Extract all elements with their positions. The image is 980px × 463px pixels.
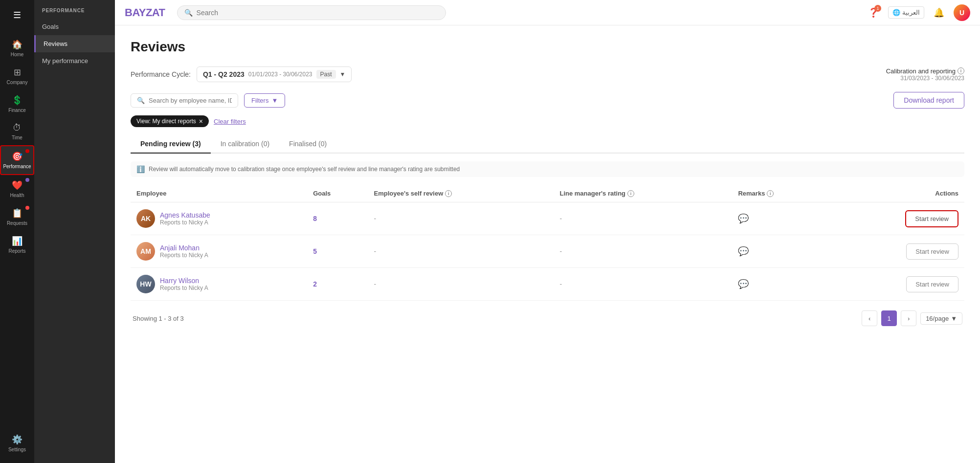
finance-icon: 💲 xyxy=(12,95,22,106)
sidebar-item-label: Home xyxy=(11,52,24,57)
employee-name-1[interactable]: Anjali Mohan xyxy=(160,244,200,252)
actions-cell-1: Start review xyxy=(830,235,964,268)
pagination-row: Showing 1 - 3 of 3 ‹ 1 › 16/page ▼ xyxy=(131,310,964,326)
page-title: Reviews xyxy=(131,39,964,55)
sidebar-item-finance[interactable]: 💲 Finance xyxy=(0,90,34,118)
page-size-selector[interactable]: 16/page ▼ xyxy=(920,312,962,325)
table-row: AM Anjali Mohan Reports to Nicky A 5 - -… xyxy=(131,235,964,268)
sidebar-link-reviews[interactable]: Reviews xyxy=(34,35,115,52)
calibration-title: Calibration and reporting xyxy=(886,67,956,75)
main-content: BAYZAT 🔍 ❓ 1 🌐 العربية 🔔 U xyxy=(115,0,980,463)
th-remarks: Remarks i xyxy=(732,185,830,202)
info-notice-text: Review will automatically move to calibr… xyxy=(149,166,460,173)
start-review-button-0[interactable]: Start review xyxy=(905,210,958,227)
health-icon: ❤️ xyxy=(12,180,22,191)
active-filter-chip: View: My direct reports × xyxy=(131,115,209,127)
tab-pending[interactable]: Pending review (3) xyxy=(131,135,211,154)
sidebar-item-reports[interactable]: 📊 Reports xyxy=(0,231,34,259)
sidebar-item-label: Health xyxy=(10,193,24,198)
sidebar-item-label: Finance xyxy=(8,108,26,113)
sidebar-item-settings[interactable]: ⚙️ Settings xyxy=(0,429,34,457)
next-page-button[interactable]: › xyxy=(901,310,916,326)
calibration-dates: 31/03/2023 - 30/06/2023 xyxy=(886,75,964,82)
help-button[interactable]: ❓ 1 xyxy=(866,5,881,21)
health-badge xyxy=(25,178,29,182)
hamburger-menu[interactable]: ☰ xyxy=(9,6,25,24)
requests-icon: 📋 xyxy=(12,208,22,219)
user-avatar[interactable]: U xyxy=(954,4,970,21)
company-icon: ⊞ xyxy=(14,67,21,78)
sidebar-section-title: PERFORMANCE xyxy=(34,8,115,18)
sidebar-item-home[interactable]: 🏠 Home xyxy=(0,34,34,62)
sidebar-item-company[interactable]: ⊞ Company xyxy=(0,62,34,90)
th-employee: Employee xyxy=(131,185,307,202)
sidebar-narrow: ☰ 🏠 Home ⊞ Company 💲 Finance ⏱ Time 🎯 Pe… xyxy=(0,0,34,463)
cycle-tag: Past xyxy=(316,70,336,79)
th-goals: Goals xyxy=(307,185,368,202)
manager-rating-cell-1: - xyxy=(554,235,732,268)
employee-name-0[interactable]: Agnes Katusabe xyxy=(160,211,210,219)
prev-page-button[interactable]: ‹ xyxy=(862,310,877,326)
employee-cell-0: AK Agnes Katusabe Reports to Nicky A xyxy=(131,202,307,235)
remark-icon[interactable]: 💬 xyxy=(738,214,749,223)
time-icon: ⏱ xyxy=(13,123,22,133)
sidebar-item-health[interactable]: ❤️ Health xyxy=(0,175,34,203)
start-review-button-1[interactable]: Start review xyxy=(906,243,958,260)
sidebar-secondary: PERFORMANCE Goals Reviews My performance xyxy=(34,0,115,463)
clear-filters-button[interactable]: Clear filters xyxy=(214,118,246,125)
sidebar-item-time[interactable]: ⏱ Time xyxy=(0,118,34,145)
tabs: Pending review (3) In calibration (0) Fi… xyxy=(131,135,964,154)
performance-badge xyxy=(25,149,29,153)
start-review-button-2[interactable]: Start review xyxy=(906,276,958,292)
goals-cell-0: 8 xyxy=(307,202,368,235)
global-search-bar[interactable]: 🔍 xyxy=(177,5,446,20)
search-small-icon: 🔍 xyxy=(137,97,145,104)
remark-icon[interactable]: 💬 xyxy=(738,279,749,289)
employee-search-input[interactable] xyxy=(149,97,232,104)
calibration-info-icon: i xyxy=(958,67,964,74)
showing-text: Showing 1 - 3 of 3 xyxy=(133,315,184,322)
self-review-cell-2: - xyxy=(368,268,554,301)
sidebar-item-requests[interactable]: 📋 Requests xyxy=(0,203,34,231)
actions-cell-2: Start review xyxy=(830,268,964,301)
language-switcher[interactable]: 🌐 العربية xyxy=(888,6,924,19)
search-icon: 🔍 xyxy=(184,9,193,17)
tab-finalised[interactable]: Finalised (0) xyxy=(279,135,336,154)
employee-cell-1: AM Anjali Mohan Reports to Nicky A xyxy=(131,235,307,268)
cycle-selector[interactable]: Q1 - Q2 2023 01/01/2023 - 30/06/2023 Pas… xyxy=(197,66,352,82)
chevron-down-icon: ▼ xyxy=(271,97,278,104)
sidebar-link-my-performance[interactable]: My performance xyxy=(34,52,115,69)
cycle-label: Performance Cycle: xyxy=(131,70,191,78)
sidebar-link-goals[interactable]: Goals xyxy=(34,18,115,35)
sidebar-item-label: Company xyxy=(7,80,28,85)
page-size-label: 16/page xyxy=(926,315,949,322)
sidebar-item-label: Requests xyxy=(7,220,27,226)
sidebar-item-label: Settings xyxy=(8,447,26,452)
home-icon: 🏠 xyxy=(12,39,22,50)
chevron-down-icon: ▼ xyxy=(340,71,346,78)
page-1-button[interactable]: 1 xyxy=(881,310,897,326)
th-actions: Actions xyxy=(830,185,964,202)
self-review-cell-1: - xyxy=(368,235,554,268)
self-review-info-icon: i xyxy=(445,190,452,197)
employee-search-wrap[interactable]: 🔍 xyxy=(131,93,238,108)
remark-icon[interactable]: 💬 xyxy=(738,246,749,256)
actions-cell-0: Start review xyxy=(830,202,964,235)
globe-icon: 🌐 xyxy=(892,9,900,16)
reports-icon: 📊 xyxy=(12,236,22,246)
filters-button[interactable]: Filters ▼ xyxy=(244,93,285,108)
performance-icon: 🎯 xyxy=(12,151,22,162)
filters-label: Filters xyxy=(251,97,268,104)
chip-close-icon[interactable]: × xyxy=(199,117,203,125)
table-row: HW Harry Wilson Reports to Nicky A 2 - -… xyxy=(131,268,964,301)
chevron-down-icon: ▼ xyxy=(951,315,957,322)
self-review-cell-0: - xyxy=(368,202,554,235)
employee-name-2[interactable]: Harry Wilson xyxy=(160,277,199,285)
notifications-button[interactable]: 🔔 xyxy=(931,5,947,21)
global-search-input[interactable] xyxy=(197,9,439,17)
download-report-button[interactable]: Download report xyxy=(893,92,964,109)
th-manager-rating: Line manager's rating i xyxy=(554,185,732,202)
employee-reports-0: Reports to Nicky A xyxy=(160,219,210,226)
tab-calibration[interactable]: In calibration (0) xyxy=(211,135,279,154)
sidebar-item-performance[interactable]: 🎯 Performance xyxy=(0,145,34,175)
